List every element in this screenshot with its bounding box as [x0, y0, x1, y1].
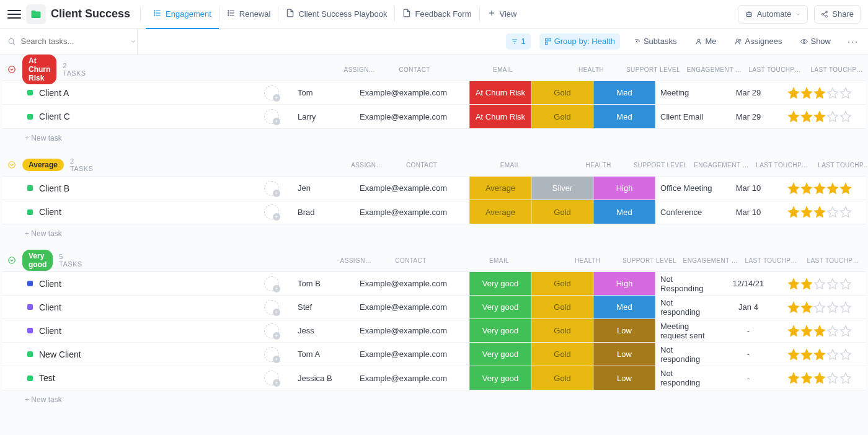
touch-date-cell[interactable]: Jan 4	[717, 296, 779, 319]
task-name-cell[interactable]: Client	[2, 200, 250, 224]
tab-renewal[interactable]: Renewal	[219, 0, 278, 29]
nps-cell[interactable]	[779, 343, 860, 366]
filter-button[interactable]: 1	[506, 33, 530, 50]
contact-cell[interactable]: Jess	[293, 319, 355, 342]
collapse-icon[interactable]	[7, 255, 16, 265]
engagement-cell[interactable]: Low	[593, 366, 655, 390]
new-task-button[interactable]: + New task	[0, 390, 868, 408]
engagement-cell[interactable]: Med	[593, 200, 655, 224]
support-cell[interactable]: Gold	[531, 366, 593, 390]
support-cell[interactable]: Gold	[531, 272, 593, 295]
group-badge[interactable]: Average	[22, 159, 64, 171]
email-cell[interactable]: Example@example.com	[355, 81, 469, 104]
engagement-cell[interactable]: High	[593, 177, 655, 200]
share-button[interactable]: Share	[814, 5, 861, 24]
contact-cell[interactable]: Tom	[293, 81, 355, 104]
assignee-cell[interactable]	[250, 272, 293, 295]
task-name-cell[interactable]: Client B	[2, 177, 250, 200]
support-cell[interactable]: Silver	[531, 177, 593, 200]
assignee-cell[interactable]	[250, 177, 293, 200]
table-row[interactable]: Client B Jen Example@example.com Average…	[2, 177, 866, 200]
new-task-button[interactable]: + New task	[0, 129, 868, 146]
nps-cell[interactable]	[779, 319, 860, 342]
nps-cell[interactable]	[779, 177, 860, 200]
health-cell[interactable]: Average	[469, 177, 531, 200]
email-cell[interactable]: Example@example.com	[355, 319, 469, 342]
nps-cell[interactable]	[779, 81, 860, 104]
touch-type-cell[interactable]: Client Email	[655, 105, 717, 128]
touch-date-cell[interactable]: Mar 29	[717, 105, 779, 128]
contact-cell[interactable]: Stef	[293, 296, 355, 319]
collapse-icon[interactable]	[7, 64, 16, 74]
table-row[interactable]: Client Tom B Example@example.com Very go…	[2, 272, 866, 296]
group-badge[interactable]: At Churn Risk	[22, 55, 56, 84]
table-row[interactable]: Client A Tom Example@example.com At Chur…	[2, 81, 866, 105]
tab-feedback-form[interactable]: Feedback Form	[395, 0, 479, 29]
table-row[interactable]: Client Jess Example@example.com Very goo…	[2, 319, 866, 343]
health-cell[interactable]: Very good	[469, 272, 531, 295]
support-cell[interactable]: Gold	[531, 343, 593, 366]
touch-type-cell[interactable]: Not Responding	[655, 272, 717, 295]
assignee-cell[interactable]	[250, 81, 293, 104]
table-row[interactable]: Client C Larry Example@example.com At Ch…	[2, 105, 866, 128]
table-row[interactable]: Client Stef Example@example.com Very goo…	[2, 296, 866, 319]
email-cell[interactable]: Example@example.com	[355, 296, 469, 319]
touch-type-cell[interactable]: Conference	[655, 200, 717, 224]
contact-cell[interactable]: Brad	[293, 200, 355, 224]
new-task-button[interactable]: + New task	[0, 224, 868, 242]
email-cell[interactable]: Example@example.com	[355, 177, 469, 200]
nps-cell[interactable]	[779, 296, 860, 319]
chevron-down-icon[interactable]	[130, 38, 137, 45]
touch-date-cell[interactable]: -	[717, 366, 779, 390]
assignees-button[interactable]: Assignees	[730, 33, 787, 50]
assignee-cell[interactable]	[250, 343, 293, 366]
menu-button[interactable]	[7, 7, 21, 21]
table-row[interactable]: Test Jessica B Example@example.com Very …	[2, 366, 866, 390]
me-button[interactable]: Me	[690, 33, 721, 50]
health-cell[interactable]: Very good	[469, 343, 531, 366]
touch-type-cell[interactable]: Meeting request sent	[655, 319, 717, 342]
tab-client-success-playbook[interactable]: Client Success Playbook	[278, 0, 394, 29]
health-cell[interactable]: Average	[469, 200, 531, 224]
email-cell[interactable]: Example@example.com	[355, 105, 469, 128]
email-cell[interactable]: Example@example.com	[355, 343, 469, 366]
touch-type-cell[interactable]: Not responding	[655, 296, 717, 319]
touch-type-cell[interactable]: Not responding	[655, 343, 717, 366]
engagement-cell[interactable]: Low	[593, 343, 655, 366]
engagement-cell[interactable]: Low	[593, 319, 655, 342]
automate-button[interactable]: Automate	[738, 5, 808, 24]
nps-cell[interactable]	[779, 272, 860, 295]
touch-type-cell[interactable]: Meeting	[655, 81, 717, 104]
touch-date-cell[interactable]: -	[717, 319, 779, 342]
touch-date-cell[interactable]: Mar 10	[717, 200, 779, 224]
health-cell[interactable]: At Churn Risk	[469, 105, 531, 128]
touch-type-cell[interactable]: Office Meeting	[655, 177, 717, 200]
group-badge[interactable]: Very good	[22, 250, 53, 271]
task-name-cell[interactable]: Test	[2, 366, 250, 390]
engagement-cell[interactable]: High	[593, 272, 655, 295]
contact-cell[interactable]: Jessica B	[293, 366, 355, 390]
touch-date-cell[interactable]: Mar 29	[717, 81, 779, 104]
tab-view[interactable]: View	[480, 0, 525, 29]
support-cell[interactable]: Gold	[531, 319, 593, 342]
support-cell[interactable]: Gold	[531, 81, 593, 104]
nps-cell[interactable]	[779, 366, 860, 390]
table-row[interactable]: New Client Tom A Example@example.com Ver…	[2, 343, 866, 366]
touch-type-cell[interactable]: Not responding	[655, 366, 717, 390]
table-row[interactable]: Client Brad Example@example.com Average …	[2, 200, 866, 224]
touch-date-cell[interactable]: 12/14/21	[717, 272, 779, 295]
support-cell[interactable]: Gold	[531, 200, 593, 224]
support-cell[interactable]: Gold	[531, 296, 593, 319]
assignee-cell[interactable]	[250, 200, 293, 224]
health-cell[interactable]: At Churn Risk	[469, 81, 531, 104]
group-by-button[interactable]: Group by: Health	[539, 33, 620, 50]
assignee-cell[interactable]	[250, 319, 293, 342]
tab-engagement[interactable]: Engagement	[146, 0, 219, 29]
support-cell[interactable]: Gold	[531, 105, 593, 128]
assignee-cell[interactable]	[250, 296, 293, 319]
search-input[interactable]	[20, 37, 125, 46]
task-name-cell[interactable]: Client A	[2, 81, 250, 104]
folder-icon[interactable]	[26, 4, 46, 24]
touch-date-cell[interactable]: -	[717, 343, 779, 366]
collapse-icon[interactable]	[7, 160, 16, 170]
